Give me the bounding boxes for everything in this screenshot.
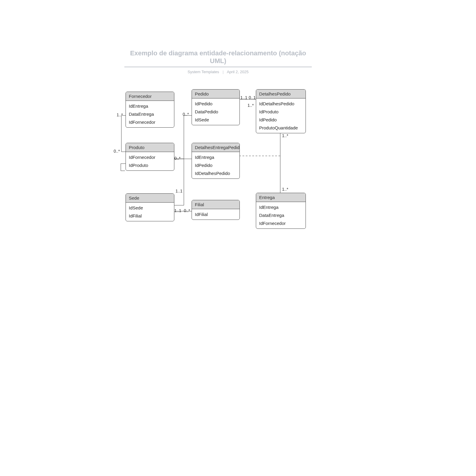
- entity-attr: ProdutoQuantidade: [256, 124, 306, 132]
- entity-detalhes-pedido[interactable]: DetalhesPedido IdDetalhesPedido IdProdut…: [256, 89, 306, 133]
- diagram-subtitle: System Templates | April 2, 2025: [124, 70, 312, 74]
- separator: |: [223, 70, 223, 74]
- entity-attr: IdDetalhesPedido: [256, 100, 306, 108]
- entity-attr: IdFornecedor: [126, 153, 174, 161]
- entity-attr: IdFornecedor: [256, 219, 306, 227]
- multiplicity-label: 1..*: [117, 112, 123, 117]
- entity-header: Filial: [192, 200, 239, 209]
- entity-header: Pedido: [192, 90, 239, 98]
- multiplicity-label: 1..1: [240, 95, 247, 100]
- entity-attr: IdEntrega: [256, 203, 306, 211]
- entity-filial[interactable]: Filial IdFilial: [192, 200, 240, 220]
- entity-attrs: IdEntrega IdPedido IdDetalhesPedido: [192, 152, 239, 178]
- entity-attr: IdSede: [192, 116, 239, 124]
- entity-produto[interactable]: Produto IdFornecedor IdProduto: [126, 143, 174, 171]
- multiplicity-label: 0..*: [184, 208, 190, 213]
- entity-attr: IdProduto: [126, 161, 174, 169]
- entity-pedido[interactable]: Pedido IdPedido DataPedido IdSede: [192, 89, 240, 125]
- multiplicity-label: 1..1: [174, 208, 181, 213]
- entity-attr: IdFilial: [192, 210, 239, 218]
- entity-attr: IdEntrega: [192, 153, 239, 161]
- entity-attr: DataEntrega: [256, 211, 306, 219]
- entity-sede[interactable]: Sede IdSede IdFilial: [126, 193, 174, 221]
- entity-entrega[interactable]: Entrega IdEntrega DataEntrega IdForneced…: [256, 193, 306, 229]
- entity-attr: DataEntrega: [126, 110, 174, 118]
- multiplicity-label: 0..*: [174, 156, 181, 161]
- entity-header: Sede: [126, 194, 174, 203]
- entity-attr: IdPedido: [192, 161, 239, 169]
- multiplicity-label: 0..1: [249, 95, 256, 100]
- entity-header: Fornecedor: [126, 92, 174, 101]
- entity-attr: IdPedido: [192, 100, 239, 108]
- entity-header: Entrega: [256, 193, 306, 202]
- entity-attr: IdEntrega: [126, 102, 174, 110]
- diagram-canvas[interactable]: Exemplo de diagrama entidade-relacioname…: [0, 0, 476, 476]
- entity-attr: IdPedido: [256, 116, 306, 124]
- entity-attrs: IdSede IdFilial: [126, 203, 174, 221]
- entity-attr: IdSede: [126, 204, 174, 212]
- multiplicity-label: 0..*: [183, 112, 189, 117]
- title-block: Exemplo de diagrama entidade-relacioname…: [124, 49, 312, 74]
- multiplicity-label: 0..*: [114, 149, 120, 154]
- diagram-title: Exemplo de diagrama entidade-relacioname…: [124, 49, 312, 67]
- entity-attrs: IdEntrega DataEntrega IdFornecedor: [256, 202, 306, 228]
- multiplicity-label: 1..*: [282, 187, 288, 192]
- entity-fornecedor[interactable]: Fornecedor IdEntrega DataEntrega IdForne…: [126, 92, 174, 128]
- entity-attrs: IdPedido DataPedido IdSede: [192, 98, 239, 125]
- multiplicity-label: 1..1: [176, 189, 182, 193]
- entity-attr: IdFornecedor: [126, 118, 174, 126]
- entity-attrs: IdFornecedor IdProduto: [126, 152, 174, 170]
- entity-attr: IdProduto: [256, 108, 306, 116]
- entity-attrs: IdFilial: [192, 209, 239, 220]
- entity-header: DetalhesPedido: [256, 90, 306, 98]
- entity-header: DetalhesEntregaPedido: [192, 143, 239, 152]
- entity-attrs: IdEntrega DataEntrega IdFornecedor: [126, 101, 174, 127]
- entity-attr: IdFilial: [126, 212, 174, 220]
- multiplicity-label: 1..*: [248, 103, 254, 108]
- diagram-date: April 2, 2025: [227, 70, 248, 74]
- entity-detalhes-entrega-pedido[interactable]: DetalhesEntregaPedido IdEntrega IdPedido…: [192, 143, 240, 179]
- multiplicity-label: 1..*: [282, 133, 288, 138]
- entity-attr: DataPedido: [192, 108, 239, 116]
- entity-header: Produto: [126, 143, 174, 152]
- templates-label: System Templates: [188, 70, 219, 74]
- entity-attrs: IdDetalhesPedido IdProduto IdPedido Prod…: [256, 98, 306, 133]
- entity-attr: IdDetalhesPedido: [192, 169, 239, 177]
